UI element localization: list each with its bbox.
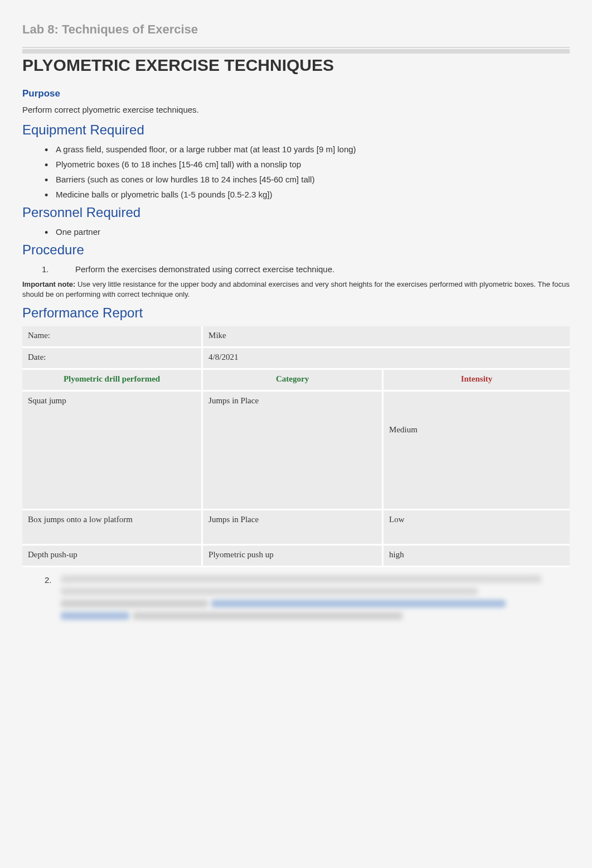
list-item: Medicine balls or plyometric balls (1-5 … — [56, 189, 570, 200]
intensity-cell: Medium — [384, 392, 570, 509]
equipment-heading: Equipment Required — [22, 122, 570, 138]
header-intensity: Intensity — [384, 370, 570, 390]
blur-line — [61, 612, 551, 620]
report-heading: Performance Report — [22, 305, 570, 321]
note-label: Important note: — [22, 280, 75, 288]
procedure-list: 1. Perform the exercises demonstrated us… — [22, 263, 570, 275]
category-cell: Jumps in Place — [203, 510, 384, 544]
main-title: PLYOMETRIC EXERCISE TECHNIQUES — [22, 56, 570, 75]
list-number: 1. — [42, 263, 49, 275]
blurred-list-number: 2. — [45, 575, 52, 585]
intensity-cell: Low — [384, 510, 570, 544]
important-note: Important note: Use very little resistan… — [22, 279, 570, 300]
table-data-row: Squat jump Jumps in Place Medium — [22, 392, 570, 510]
personnel-list: One partner — [22, 226, 570, 238]
table-header-row: Plyometric drill performed Category Inte… — [22, 370, 570, 392]
drill-cell: Depth push-up — [22, 546, 203, 566]
list-item: Plyometric boxes (6 to 18 inches [15-46 … — [56, 158, 570, 170]
intensity-cell: high — [384, 546, 570, 566]
list-item: 1. Perform the exercises demonstrated us… — [75, 263, 570, 275]
blur-line — [61, 600, 551, 607]
blur-line — [61, 587, 478, 595]
list-item: A grass field, suspended floor, or a lar… — [56, 143, 570, 155]
list-item: Barriers (such as cones or low hurdles 1… — [56, 173, 570, 185]
header-drill: Plyometric drill performed — [22, 370, 203, 390]
note-text-content: Use very little resistance for the upper… — [22, 280, 570, 298]
drill-cell: Box jumps onto a low platform — [22, 510, 203, 544]
purpose-text: Perform correct plyometric exercise tech… — [22, 104, 570, 115]
divider-thin — [22, 47, 570, 48]
blur-line — [61, 575, 541, 583]
name-label-cell: Name: — [22, 326, 203, 346]
name-value-cell: Mike — [203, 326, 570, 346]
personnel-heading: Personnel Required — [22, 205, 570, 220]
blurred-content: 2. — [22, 575, 570, 624]
header-category: Category — [203, 370, 384, 390]
date-value-cell: 4/8/2021 — [203, 348, 570, 368]
blurred-text-bars — [61, 575, 551, 624]
date-label-cell: Date: — [22, 348, 203, 368]
table-name-row: Name: Mike — [22, 326, 570, 348]
performance-table: Name: Mike Date: 4/8/2021 Plyometric dri… — [22, 326, 570, 567]
drill-cell: Squat jump — [22, 392, 203, 509]
procedure-heading: Procedure — [22, 242, 570, 258]
list-item: One partner — [56, 226, 570, 238]
category-cell: Plyometric push up — [203, 546, 384, 566]
category-cell: Jumps in Place — [203, 392, 384, 509]
table-date-row: Date: 4/8/2021 — [22, 348, 570, 370]
lab-subtitle: Lab 8: Techniques of Exercise — [22, 22, 570, 37]
divider-bar — [22, 49, 570, 54]
purpose-heading: Purpose — [22, 88, 570, 99]
table-data-row: Box jumps onto a low platform Jumps in P… — [22, 510, 570, 546]
equipment-list: A grass field, suspended floor, or a lar… — [22, 143, 570, 200]
table-data-row: Depth push-up Plyometric push up high — [22, 546, 570, 567]
list-item-text: Perform the exercises demonstrated using… — [75, 264, 334, 274]
